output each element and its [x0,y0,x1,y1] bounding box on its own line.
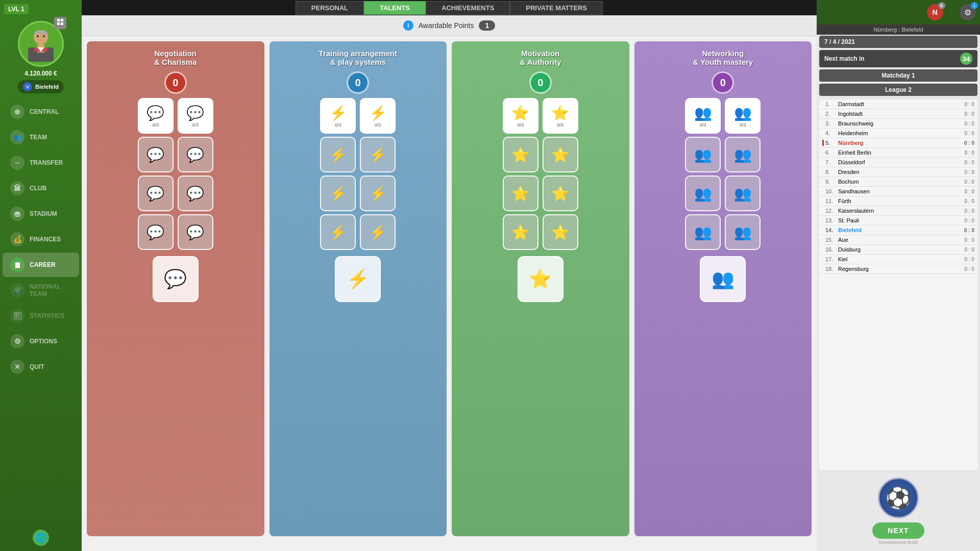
sidebar-item-finances[interactable]: 💰 FINANCES [3,227,79,252]
tab-private[interactable]: PRIVATE MATTERS [510,1,603,15]
sidebar-item-team[interactable]: 👥 TEAM [3,125,79,149]
skill-node[interactable]: ⚡ [360,214,396,250]
skill-node[interactable]: ⚡ 0/3 [360,98,396,134]
tab-talents[interactable]: TALENTS [364,1,426,15]
skill-node[interactable]: 👥 [725,214,761,250]
league-pos: 14. [825,227,838,233]
skill-node[interactable]: ⚡ [360,137,396,172]
skill-node[interactable]: ⚡ [320,176,356,211]
skill-node[interactable]: 👥 [685,137,721,172]
league-team-name: Sandhausen [838,188,965,194]
skill-node[interactable]: ⭐ [543,176,578,211]
league-table-row: 2.Ingolstadt0 : 0 [819,109,977,119]
notification-badge[interactable]: N 5 [927,4,943,20]
league-pos: 2. [825,111,838,117]
motivation-title: Motivation& Authority [520,49,561,66]
league-table: 1.Darmstadt0 : 02.Ingolstadt0 : 03.Braun… [819,99,977,470]
skill-node[interactable]: ⚡ [320,137,356,172]
skill-icon-chat5: 💬 [146,185,164,202]
skill-node[interactable]: ⭐ [503,214,538,250]
skill-node[interactable]: ⭐ [503,176,538,211]
skill-node[interactable]: 💬 [138,137,174,172]
gear-badge[interactable]: ⚙ 1 [960,4,976,20]
skill-node[interactable]: ⚡ 0/3 [320,98,356,134]
points-label: Awardable Points [419,21,474,30]
skill-node-large[interactable]: ⚡ [335,256,381,302]
column-negotiation: Negotiation& Charisma 0 💬 0/3 💬 0/3 💬 [87,41,264,536]
sidebar-item-transfer[interactable]: ↔ TRANSFER [3,151,79,175]
sidebar-item-quit[interactable]: ✕ QUIT [3,355,79,379]
options-icon: ⚙ [10,334,24,348]
gear-count: 1 [971,2,978,9]
skill-icon-large: 💬 [164,268,187,290]
sidebar-item-club[interactable]: 🏛 CLUB [3,176,79,201]
skill-icon-motiv3: ⭐ [511,146,529,163]
sidebar-item-label-team: TEAM [30,134,47,141]
skill-node[interactable]: ⭐ [543,137,578,172]
league-team-name: Ingolstadt [838,111,965,117]
skill-node[interactable]: ⭐ [503,137,538,172]
next-match-label: Next match in [824,55,865,62]
skill-node[interactable]: 💬 [178,214,213,250]
motivation-badge: 0 [529,71,552,94]
matchday-row: Matchday 1 [819,69,977,82]
sidebar-item-career[interactable]: 📋 CAREER [3,253,79,277]
skill-node[interactable]: 💬 0/3 [178,98,213,134]
skill-node[interactable]: ⭐ [543,214,578,250]
league-table-row: 3.Braunschweig0 : 0 [819,119,977,129]
club-icon: 🏛 [10,181,24,195]
svg-rect-8 [61,19,63,21]
motivation-row-1: ⭐ 0/3 ⭐ 0/3 [503,98,578,134]
league-pos: 17. [825,256,838,262]
skill-icon-motiv6: ⭐ [551,185,569,202]
networking-badge: 0 [712,71,734,94]
column-networking: Networking& Youth mastery 0 👥 0/3 👥 0/3 … [634,41,812,536]
skill-node[interactable]: 👥 [685,214,721,250]
skill-node[interactable]: ⚡ [360,176,396,211]
tab-personal[interactable]: PERSONAL [296,1,364,15]
league-pos: 9. [825,179,838,185]
skill-node[interactable]: 💬 [138,214,174,250]
mascot: ⚽ [878,478,919,518]
skill-node[interactable]: 💬 [178,176,213,211]
skill-node[interactable]: 👥 [685,176,721,211]
league-team-name: Fürth [838,198,965,204]
skill-node[interactable]: 💬 0/3 [138,98,174,134]
networking-row-4: 👥 👥 [685,214,761,250]
league-pos: 10. [825,188,838,194]
training-row-1: ⚡ 0/3 ⚡ 0/3 [320,98,396,134]
skill-node[interactable]: 👥 0/3 [725,98,761,134]
league-team-name: Kaiserslautern [838,208,965,214]
skill-node[interactable]: 💬 [178,137,213,172]
next-button[interactable]: NEXT [872,522,924,539]
negotiation-row-4: 💬 💬 [138,214,213,250]
skill-node-large[interactable]: 💬 [153,256,199,302]
column-training: Training arrangement& play systems 0 ⚡ 0… [270,41,447,536]
skill-node-large[interactable]: 👥 [700,256,746,302]
networking-row-1: 👥 0/3 👥 0/3 [685,98,761,134]
skill-icon-chat1: 💬 [146,105,164,121]
skill-node[interactable]: ⭐ 0/3 [543,98,578,134]
sidebar-item-central[interactable]: ⊕ CENTRAL [3,99,79,124]
league-team-name: Braunschweig [838,120,965,127]
skill-icon-chat6: 💬 [186,185,204,202]
league-score: 0 : 0 [965,189,974,194]
transfer-icon: ↔ [10,156,24,170]
skill-icon-net2: 👥 [734,105,752,121]
sidebar-item-stadium[interactable]: 🏟 STADIUM [3,202,79,226]
team-badge: Bielefeld [18,80,64,93]
sidebar-item-options[interactable]: ⚙ OPTIONS [3,329,79,354]
league-table-row: 6.Einheit Berlin0 : 0 [819,148,977,158]
skill-node[interactable]: 👥 [725,176,761,211]
tab-achievements[interactable]: ACHIEVEMENTS [426,1,510,15]
skill-node[interactable]: ⚡ [320,214,356,250]
skill-node-large[interactable]: ⭐ [518,256,564,302]
skill-node[interactable]: ⭐ 0/3 [503,98,538,134]
league-team-name: Aue [838,237,965,243]
skill-node[interactable]: 👥 [725,137,761,172]
league-table-row: 1.Darmstadt0 : 0 [819,99,977,109]
skill-node[interactable]: 💬 [138,176,174,211]
skill-node[interactable]: 👥 0/3 [685,98,721,134]
right-panel: N 5 : ⚙ 1 Nürnberg : Bielefeld 7 / 4 / 2… [817,0,980,551]
training-row-3: ⚡ ⚡ [320,176,396,211]
